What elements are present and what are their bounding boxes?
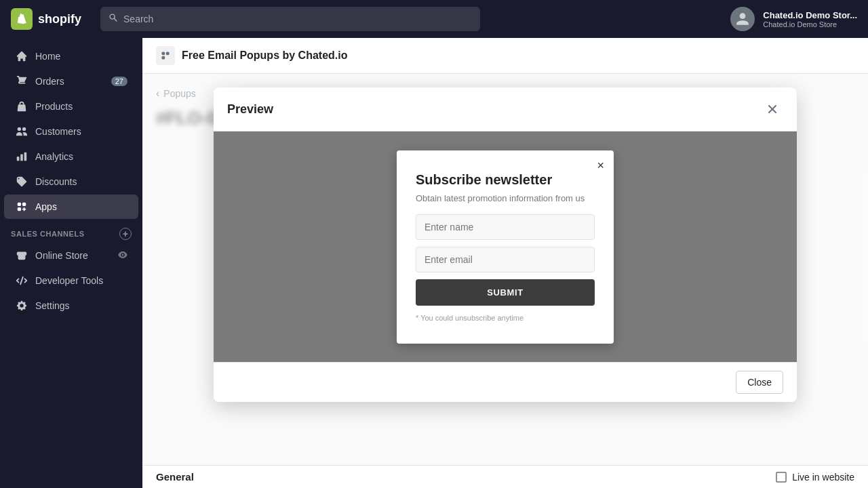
preview-modal-header: Preview [214, 87, 797, 131]
sidebar-item-home[interactable]: Home [4, 44, 138, 68]
sidebar-item-developer-tools-label: Developer Tools [35, 275, 103, 286]
store-info[interactable]: Chated.io Demo Stor... Chated.io Demo St… [763, 10, 857, 28]
general-label: General [156, 471, 194, 483]
sidebar-item-orders[interactable]: Orders 27 [4, 69, 138, 94]
orders-badge: 27 [111, 77, 127, 86]
modal-overlay: Preview × Subscribe newsletter Obtain [142, 74, 868, 465]
shopify-logo-bag [11, 8, 33, 30]
newsletter-popup-close[interactable]: × [597, 159, 604, 173]
search-bar[interactable] [100, 7, 480, 31]
page-bottom: General Live in website [142, 465, 868, 488]
sidebar-item-customers-label: Customers [35, 126, 81, 137]
eye-icon[interactable] [118, 250, 127, 262]
sidebar-item-settings[interactable]: Settings [4, 293, 138, 318]
sidebar-item-online-store[interactable]: Online Store [4, 243, 138, 268]
main-layout: Home Orders 27 Products [0, 38, 868, 488]
store-sub: Chated.io Demo Store [763, 20, 857, 28]
sidebar-item-apps-label: Apps [35, 201, 57, 212]
shopify-logo-text: shopify [38, 12, 81, 26]
preview-area: × Subscribe newsletter Obtain latest pro… [214, 131, 797, 362]
apps-icon [15, 200, 28, 214]
newsletter-title: Subscribe newsletter [416, 172, 595, 188]
page-content: ‹ Popups #FLO-07/29462 - OO529-L-59-l Pr… [142, 74, 868, 465]
newsletter-email-input[interactable] [416, 247, 595, 272]
live-in-website-checkbox[interactable] [776, 472, 787, 483]
discounts-icon [15, 175, 28, 188]
customers-icon [15, 125, 28, 138]
developer-tools-icon [15, 274, 28, 287]
sidebar-item-discounts-label: Discounts [35, 176, 77, 187]
store-name: Chated.io Demo Stor... [763, 10, 857, 20]
newsletter-submit-button[interactable]: SUBMIT [416, 279, 595, 306]
preview-close-button[interactable]: Close [736, 371, 783, 394]
online-store-icon [15, 249, 28, 262]
shopify-logo[interactable]: shopify [11, 8, 81, 30]
analytics-icon [15, 150, 28, 163]
products-icon [15, 100, 28, 113]
sidebar-item-online-store-label: Online Store [35, 250, 88, 261]
sidebar-item-customers[interactable]: Customers [4, 119, 138, 144]
sales-channels-header: SALES CHANNELS + [0, 220, 142, 243]
live-in-website-label: Live in website [792, 472, 854, 483]
preview-modal-close-button[interactable] [762, 98, 783, 120]
app-header-title: Free Email Popups by Chated.io [182, 49, 348, 62]
sidebar-item-apps[interactable]: Apps [4, 195, 138, 219]
sidebar-item-discounts[interactable]: Discounts [4, 169, 138, 194]
preview-modal-footer: Close [214, 362, 797, 402]
newsletter-subtitle: Obtain latest promotion information from… [416, 193, 595, 203]
preview-modal: Preview × Subscribe newsletter Obtain [214, 87, 797, 402]
sidebar: Home Orders 27 Products [0, 38, 142, 488]
sidebar-item-analytics-label: Analytics [35, 151, 73, 162]
content-area: Free Email Popups by Chated.io ‹ Popups … [142, 38, 868, 488]
avatar[interactable] [730, 7, 755, 31]
newsletter-unsubscribe-note: * You could unsubscribe anytime [416, 314, 595, 322]
orders-icon [15, 75, 28, 88]
search-input[interactable] [123, 14, 472, 24]
home-icon [15, 49, 28, 63]
sidebar-item-analytics[interactable]: Analytics [4, 144, 138, 169]
topbar: shopify Chated.io Demo Stor... Chated.io… [0, 0, 868, 38]
search-icon [108, 13, 118, 25]
newsletter-popup: × Subscribe newsletter Obtain latest pro… [397, 150, 614, 344]
settings-icon [15, 299, 28, 312]
sidebar-item-developer-tools[interactable]: Developer Tools [4, 268, 138, 293]
app-header: Free Email Popups by Chated.io [142, 38, 868, 74]
sidebar-item-products-label: Products [35, 101, 73, 112]
live-in-website-container: Live in website [776, 472, 854, 483]
topbar-right: Chated.io Demo Stor... Chated.io Demo St… [730, 7, 857, 31]
app-header-icon [156, 46, 175, 65]
add-sales-channel-button[interactable]: + [119, 228, 132, 240]
sidebar-item-products[interactable]: Products [4, 94, 138, 119]
preview-modal-title: Preview [227, 102, 273, 117]
sidebar-item-settings-label: Settings [35, 300, 70, 311]
sidebar-item-orders-label: Orders [35, 76, 64, 87]
newsletter-name-input[interactable] [416, 214, 595, 240]
sidebar-item-home-label: Home [35, 51, 60, 62]
